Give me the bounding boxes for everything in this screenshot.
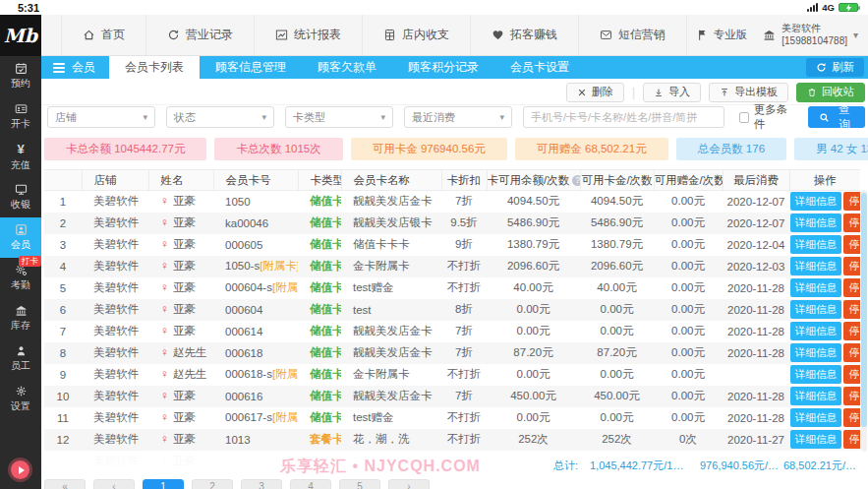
- stat-pill: 男 42 女 134: [794, 138, 868, 160]
- page-button[interactable]: «: [44, 479, 86, 489]
- search-input[interactable]: [523, 106, 724, 128]
- sidebar-item[interactable]: 收银: [0, 177, 41, 217]
- table-row[interactable]: 7 美碧软件 ♀亚豪 000614 储值卡 靓靓美发店金卡 7折 0.00元 0…: [44, 321, 860, 342]
- table-row[interactable]: 10 美碧软件 ♀亚豪 000616 储值卡 靓靓美发店金卡 7折 450.00…: [44, 386, 860, 407]
- disable-button[interactable]: 停用: [843, 300, 860, 319]
- refresh-button[interactable]: 刷新: [806, 58, 864, 77]
- more-conditions-checkbox[interactable]: [739, 112, 749, 123]
- monitor-icon: [15, 183, 28, 196]
- page-button[interactable]: 5: [339, 479, 380, 489]
- search-button[interactable]: 查询: [808, 106, 865, 128]
- tab[interactable]: 顾客信息管理: [200, 56, 302, 79]
- disable-button[interactable]: 停用: [843, 192, 860, 211]
- trash-icon: [807, 88, 817, 97]
- page-button[interactable]: 3: [241, 479, 282, 489]
- table-row[interactable]: 8 美碧软件 ♀赵先生 000618 储值卡 靓靓美发店金卡 7折 87.20元…: [44, 342, 860, 364]
- menu-label: 会员: [72, 59, 95, 76]
- detail-info-button[interactable]: 详细信息: [790, 408, 841, 427]
- disable-button[interactable]: 停用: [843, 365, 860, 384]
- sidebar-item[interactable]: 库存: [0, 298, 41, 338]
- sidebar-item-label: 收银: [11, 198, 30, 212]
- nav-item[interactable]: 拓客赚钱: [471, 15, 579, 55]
- detail-info-button[interactable]: 详细信息: [790, 430, 841, 449]
- tab[interactable]: 会员卡设置: [494, 56, 585, 79]
- scrollbar-thumb[interactable]: [861, 193, 867, 427]
- sidebar-item[interactable]: 开卡: [0, 96, 41, 137]
- nav-item[interactable]: 营业记录: [146, 15, 255, 55]
- sidebar-item-label: 开卡: [11, 117, 30, 131]
- sidebar-item[interactable]: ¥充值: [0, 137, 41, 177]
- page-button[interactable]: 2: [192, 479, 233, 489]
- filter-dropdown-label: 店铺: [55, 110, 77, 125]
- detail-info-button[interactable]: 详细信息: [790, 278, 841, 297]
- column-header: [44, 170, 82, 191]
- disable-button[interactable]: 停用: [843, 387, 860, 405]
- page-button[interactable]: ›: [388, 479, 430, 489]
- filter-dropdown[interactable]: 状态▾: [166, 106, 274, 128]
- table-row[interactable]: 2 美碧软件 ♀亚豪 ka00046 储值卡 靓靓美发店银卡 9.5折 5486…: [44, 213, 860, 234]
- filter-dropdown[interactable]: 卡类型▾: [285, 106, 393, 128]
- recycle-bin-button[interactable]: 回收站: [796, 83, 865, 102]
- nav-item-label: 短信营销: [618, 27, 665, 43]
- import-button[interactable]: 导入: [643, 83, 701, 102]
- female-icon: ♀: [160, 237, 169, 251]
- table-row[interactable]: 11 美碧软件 ♀亚豪 000617-s[附属卡] 储值卡 test赠金 不打折…: [44, 407, 860, 429]
- disable-button[interactable]: 停用: [843, 322, 860, 340]
- tab[interactable]: 顾客欠款单: [302, 56, 392, 79]
- page-button[interactable]: ‹: [93, 479, 135, 489]
- disable-button[interactable]: 停用: [843, 343, 860, 362]
- nav-item[interactable]: 首页: [61, 15, 146, 55]
- table-scrollbar[interactable]: [861, 190, 867, 452]
- signal-icon: [807, 3, 818, 12]
- stat-pill: 可用卡金 976940.56元: [351, 138, 507, 160]
- table-row[interactable]: 9 美碧软件 ♀赵先生 000618-s[附属卡] 储值卡 金卡附属卡 不打折 …: [44, 364, 860, 386]
- nav-item[interactable]: 统计报表: [255, 15, 363, 55]
- page-button[interactable]: 1: [143, 479, 184, 489]
- play-button[interactable]: [11, 460, 29, 479]
- table-row[interactable]: 3 美碧软件 ♀亚豪 000605 储值卡 储值卡卡卡 9折 1380.79元 …: [44, 234, 860, 256]
- sidebar-item[interactable]: 设置: [0, 379, 41, 419]
- table-row[interactable]: 4 美碧软件 ♀亚豪 1050-s[附属卡] 储值卡 金卡附属卡 不打折 209…: [44, 256, 860, 277]
- nav-item[interactable]: 短信营销: [579, 15, 687, 55]
- detail-info-button[interactable]: 详细信息: [790, 343, 841, 362]
- table-row[interactable]: 12 美碧软件 ♀亚豪 1013 套餐卡 花，潮，洗 不打折 252次 252次…: [44, 429, 860, 451]
- disable-button[interactable]: 停用: [843, 278, 860, 297]
- female-icon: ♀: [160, 410, 169, 424]
- disable-button[interactable]: 停用: [843, 257, 860, 275]
- column-header: 会员卡号: [213, 170, 298, 191]
- sidebar-item[interactable]: 打卡 考勤: [0, 258, 41, 298]
- menu-toggle[interactable]: 会员: [41, 56, 109, 79]
- sidebar-item[interactable]: 预约: [0, 56, 41, 96]
- filter-dropdown-label: 最近消费: [412, 110, 455, 125]
- detail-info-button[interactable]: 详细信息: [790, 300, 841, 319]
- sidebar-item[interactable]: 员工: [0, 338, 41, 379]
- filter-dropdown[interactable]: 最近消费▾: [404, 106, 512, 128]
- detail-info-button[interactable]: 详细信息: [790, 322, 841, 340]
- table-row[interactable]: 5 美碧软件 ♀亚豪 000604-s[附属卡] 储值卡 test赠金 不打折 …: [44, 277, 860, 299]
- nav-item[interactable]: 店内收支: [363, 15, 471, 55]
- delete-button[interactable]: 删除: [566, 83, 624, 102]
- table-row[interactable]: 1 美碧软件 ♀亚豪 1050 储值卡 靓靓美发店金卡 7折 4094.50元 …: [44, 191, 860, 213]
- sidebar-item[interactable]: 会员: [0, 217, 41, 258]
- account-menu[interactable]: 美碧软件 [15988104788] ▾: [763, 23, 858, 47]
- version-badge[interactable]: 专业版: [696, 28, 748, 42]
- column-header: 最后消费: [723, 170, 789, 191]
- detail-info-button[interactable]: 详细信息: [790, 214, 841, 232]
- disable-button[interactable]: 停用: [843, 408, 860, 427]
- export-template-button[interactable]: 导出模板: [709, 83, 788, 102]
- detail-info-button[interactable]: 详细信息: [790, 257, 841, 275]
- tab[interactable]: 会员卡列表: [109, 56, 200, 79]
- filter-dropdown[interactable]: 店铺▾: [47, 106, 155, 128]
- stat-pill: 卡总余额 1045442.77元: [44, 138, 206, 160]
- disable-button[interactable]: 停用: [843, 235, 860, 254]
- disable-button[interactable]: 停用: [843, 214, 860, 232]
- page-button[interactable]: 4: [290, 479, 331, 489]
- detail-info-button[interactable]: 详细信息: [790, 235, 841, 254]
- detail-info-button[interactable]: 详细信息: [790, 365, 841, 384]
- table-row[interactable]: 6 美碧软件 ♀亚豪 000604 储值卡 test 8折 0.00元 0.00…: [44, 299, 860, 321]
- disable-button[interactable]: 停用: [843, 430, 860, 449]
- detail-info-button[interactable]: 详细信息: [790, 387, 841, 405]
- chevron-down-icon: ▾: [499, 112, 504, 122]
- tab[interactable]: 顾客积分记录: [392, 56, 494, 79]
- detail-info-button[interactable]: 详细信息: [790, 192, 841, 211]
